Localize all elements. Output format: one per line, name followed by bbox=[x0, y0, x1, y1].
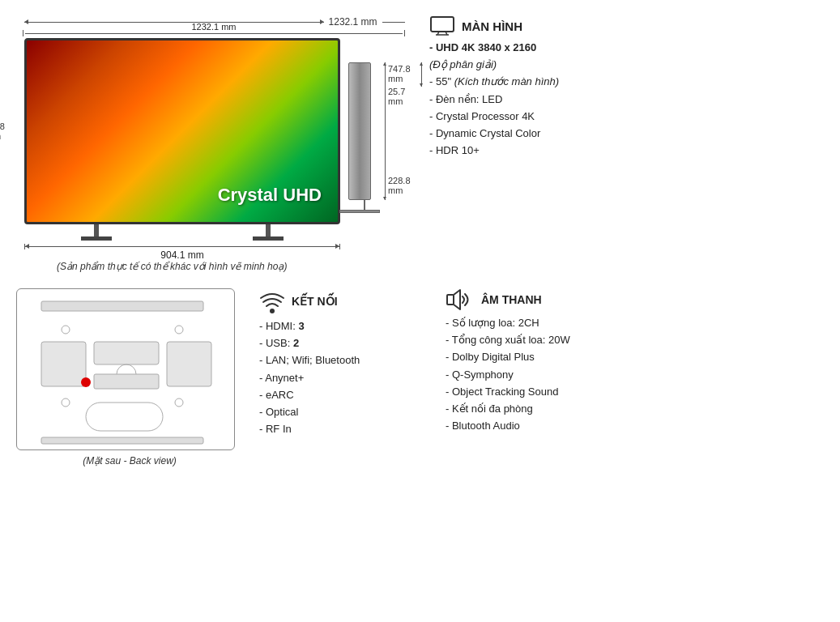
top-section: 1232.1 mm 1232.1 mm bbox=[16, 16, 824, 261]
spec-item: - Blutooth Audio bbox=[446, 419, 824, 433]
side-dim-top bbox=[421, 62, 422, 87]
svg-rect-4 bbox=[41, 301, 203, 311]
bottom-dim-row bbox=[24, 244, 340, 249]
svg-rect-14 bbox=[94, 374, 159, 389]
man-hinh-title: MÀN HÌNH bbox=[429, 16, 824, 36]
spec-item: - Optical bbox=[259, 405, 429, 420]
man-hinh-section: MÀN HÌNH - UHD 4K 3840 x 2160 (Độ phân g… bbox=[421, 16, 824, 160]
page-wrapper: 1232.1 mm 1232.1 mm bbox=[16, 16, 824, 466]
tv-brand-label: Crystal UHD bbox=[218, 185, 322, 206]
left-dim-container: 708.8mm bbox=[0, 38, 10, 224]
spec-item: - UHD 4K 3840 x 2160 bbox=[429, 40, 824, 55]
am-thanh-spec-list: - Số lượng loa: 2CH - Tổng công xuất loa… bbox=[446, 316, 824, 433]
am-thanh-title: ÂM THANH bbox=[446, 288, 824, 311]
spec-item: - HDR 10+ bbox=[429, 143, 824, 158]
spec-item: - Số lượng loa: 2CH bbox=[446, 316, 824, 330]
spec-item: - Object Tracking Sound bbox=[446, 385, 824, 399]
tv-front-wrapper: 708.8mm Crystal UHD bbox=[16, 38, 340, 261]
tv-front: Crystal UHD bbox=[24, 38, 340, 224]
svg-rect-11 bbox=[167, 342, 211, 386]
spec-item: - Kết nối đa phòng bbox=[446, 402, 824, 416]
side-stand-foot bbox=[339, 210, 380, 213]
spec-item: - RF In bbox=[259, 422, 429, 437]
spec-item: - HDMI: 3 bbox=[259, 319, 429, 334]
dim-width-bottom: 904.1 mm bbox=[24, 249, 340, 261]
spec-item: - eARC bbox=[259, 388, 429, 403]
side-profile-container: 747.8 mm 25.7 mm 228.8 mm bbox=[348, 62, 411, 213]
svg-rect-10 bbox=[94, 342, 159, 364]
monitor-icon bbox=[429, 16, 455, 36]
side-dim-top-label: 25.7 mm bbox=[388, 87, 411, 106]
ket-noi-title: KẾT NỐI bbox=[259, 288, 429, 314]
back-panel-svg bbox=[17, 289, 235, 450]
speaker-icon bbox=[446, 288, 475, 311]
spec-item: - Dynamic Crystal Color bbox=[429, 126, 824, 141]
svg-rect-18 bbox=[447, 295, 454, 305]
dim-top-label: 1232.1 mm bbox=[25, 22, 403, 32]
spec-item: - USB: 2 bbox=[259, 336, 429, 351]
back-view-container: (Mặt sau - Back view) bbox=[16, 288, 243, 466]
tv-stand bbox=[24, 224, 340, 241]
tv-and-side: 708.8mm Crystal UHD bbox=[16, 38, 405, 261]
svg-point-17 bbox=[270, 309, 275, 313]
spec-item: - Đèn nền: LED bbox=[429, 92, 824, 107]
spec-item: - Tổng công xuất loa: 20W bbox=[446, 333, 824, 347]
wifi-icon bbox=[259, 288, 285, 314]
svg-point-15 bbox=[81, 377, 91, 387]
spec-item: - Anynet+ bbox=[259, 371, 429, 386]
spec-item: - Dolby Digital Plus bbox=[446, 350, 824, 364]
man-hinh-spec-list: - UHD 4K 3840 x 2160 (Độ phân giải) - 55… bbox=[429, 40, 824, 158]
svg-point-8 bbox=[175, 398, 183, 407]
tv-screen: Crystal UHD bbox=[27, 40, 338, 222]
back-view-label: (Mặt sau - Back view) bbox=[16, 455, 243, 466]
tv-diagram: 1232.1 mm 1232.1 mm bbox=[16, 16, 405, 261]
spec-item: - Crystal Processor 4K bbox=[429, 109, 824, 124]
spec-item: (Độ phân giải) bbox=[429, 58, 824, 72]
side-dim-total: 747.8 mm bbox=[388, 64, 411, 83]
spec-item: - 55" (Kích thước màn hình) bbox=[429, 75, 824, 89]
svg-rect-0 bbox=[431, 17, 454, 32]
spec-item: - LAN; Wifi; Bluetooth bbox=[259, 353, 429, 368]
spec-item: - Q-Symphony bbox=[446, 368, 824, 382]
svg-point-6 bbox=[175, 326, 183, 334]
svg-point-5 bbox=[62, 326, 70, 334]
svg-rect-16 bbox=[41, 437, 203, 444]
connectivity-section: KẾT NỐI - HDMI: 3 - USB: 2 - LAN; Wifi; … bbox=[251, 288, 429, 439]
side-dim-labels: 747.8 mm 25.7 mm 228.8 mm bbox=[385, 62, 411, 200]
audio-section: ÂM THANH - Số lượng loa: 2CH - Tổng công… bbox=[437, 288, 824, 436]
back-view-box bbox=[16, 288, 235, 450]
svg-point-7 bbox=[62, 398, 70, 407]
dim-height-left: 708.8mm bbox=[0, 121, 10, 141]
tv-side-profile bbox=[348, 62, 371, 200]
product-note: (Sản phẩm thực tế có thể khác với hình v… bbox=[57, 261, 824, 272]
side-dim-bottom-label: 228.8 mm bbox=[388, 176, 411, 195]
bottom-section: (Mặt sau - Back view) KẾT NỐI - HDMI: 3 … bbox=[16, 288, 824, 466]
ket-noi-spec-list: - HDMI: 3 - USB: 2 - LAN; Wifi; Bluetoot… bbox=[259, 319, 429, 437]
svg-rect-12 bbox=[86, 403, 163, 431]
svg-rect-9 bbox=[41, 342, 86, 386]
